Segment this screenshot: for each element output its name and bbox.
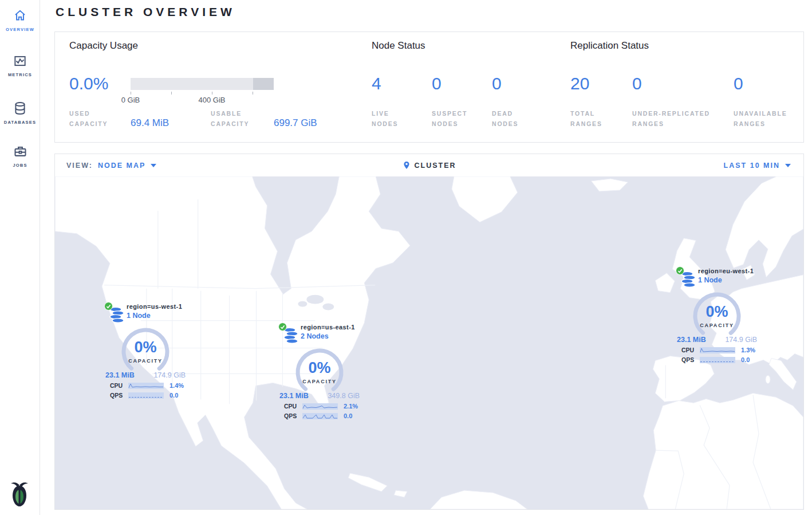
sidebar-item-metrics[interactable]: METRICS	[0, 53, 40, 77]
replication-status-title: Replication Status	[570, 40, 649, 52]
cpu-label: CPU	[284, 403, 302, 410]
sidebar-item-label: METRICS	[0, 72, 40, 77]
node-count: 1 Node	[698, 276, 754, 284]
metrics-chart-icon	[13, 53, 27, 69]
home-icon	[13, 8, 27, 23]
time-range-value: LAST 10 MIN	[724, 162, 780, 170]
region-label: region=us-east-1	[301, 324, 355, 331]
world-map: region=us-west-1 1 Node 0% CAPACITY 23.1…	[55, 176, 803, 509]
green-check-icon	[104, 302, 113, 310]
qps-value: 0.0	[741, 356, 750, 363]
node-count: 2 Nodes	[301, 332, 355, 340]
cpu-value: 1.3%	[741, 347, 755, 353]
axis-tick-label: 0 GiB	[111, 96, 151, 104]
map-node-us-west-1[interactable]: region=us-west-1 1 Node 0% CAPACITY 23.1…	[105, 302, 186, 399]
dead-nodes-value: 0	[492, 74, 502, 93]
cpu-row: CPU 2.1%	[279, 403, 360, 410]
cpu-sparkline	[128, 383, 164, 389]
under-replicated-ranges-label: UNDER-REPLICATED RANGES	[632, 109, 727, 129]
qps-row: QPS 0.0	[677, 356, 757, 363]
capacity-label: CAPACITY	[116, 358, 175, 364]
node-texts: region=us-east-1 2 Nodes	[301, 324, 355, 340]
capacity-gauge: 0% CAPACITY	[116, 325, 175, 379]
node-count: 1 Node	[127, 312, 182, 320]
unavailable-ranges-label: UNAVAILABLE RANGES	[734, 109, 799, 129]
chevron-down-icon	[785, 164, 791, 167]
qps-sparkline	[700, 357, 735, 363]
cpu-value: 2.1%	[344, 403, 358, 410]
capacity-used-percent: 0.0%	[69, 74, 108, 93]
qps-label: QPS	[284, 412, 302, 419]
node-texts: region=eu-west-1 1 Node	[698, 268, 754, 284]
node-status-title: Node Status	[372, 40, 425, 52]
cpu-label: CPU	[681, 347, 700, 353]
cpu-row: CPU 1.3%	[677, 347, 757, 353]
capacity-gauge: 0% CAPACITY	[290, 345, 349, 399]
used-capacity-value: 69.4 MiB	[131, 117, 169, 129]
node-header: region=us-west-1 1 Node	[105, 302, 186, 325]
used-capacity-label: USED CAPACITY	[69, 109, 124, 129]
database-icon	[13, 100, 27, 116]
capacity-percent: 0%	[290, 359, 349, 377]
suspect-nodes-value: 0	[432, 74, 442, 93]
qps-value: 0.0	[344, 412, 352, 419]
cockroachdb-logo[interactable]	[9, 481, 30, 510]
page-title: CLUSTER OVERVIEW	[56, 5, 235, 19]
region-label: region=eu-west-1	[698, 268, 754, 274]
view-value: NODE MAP	[98, 162, 145, 170]
qps-label: QPS	[110, 392, 128, 399]
capacity-usage-bar	[131, 78, 274, 90]
main-content: CLUSTER OVERVIEW Capacity Usage 0.0% 0 G…	[40, 0, 812, 515]
sidebar-item-label: JOBS	[0, 163, 40, 168]
dead-nodes-label: DEAD NODES	[492, 109, 538, 129]
map-toolbar: VIEW: NODE MAP CLUSTER LAST 10 MIN	[55, 154, 803, 176]
live-nodes-label: LIVE NODES	[372, 109, 417, 129]
view-label: VIEW:	[66, 162, 93, 170]
view-selector[interactable]: VIEW: NODE MAP	[66, 154, 156, 176]
usable-capacity-label: USABLE CAPACITY	[211, 109, 265, 129]
capacity-gauge: 0% CAPACITY	[687, 289, 747, 343]
qps-label: QPS	[681, 356, 700, 363]
suspect-nodes-label: SUSPECT NODES	[432, 109, 478, 129]
sidebar-item-label: DATABASES	[0, 120, 40, 125]
cockroachdb-bug-logo	[9, 481, 30, 508]
sidebar: OVERVIEW METRICS DATABASES JOBS	[0, 0, 40, 515]
breadcrumb[interactable]: CLUSTER	[402, 154, 456, 176]
node-texts: region=us-west-1 1 Node	[127, 303, 182, 320]
cpu-row: CPU 1.4%	[105, 382, 186, 389]
node-header: region=eu-west-1 1 Node	[677, 266, 757, 289]
axis-tick	[253, 92, 253, 95]
qps-sparkline	[128, 392, 164, 399]
capacity-bar-reserved-segment	[253, 78, 274, 90]
sidebar-item-jobs[interactable]: JOBS	[0, 143, 40, 168]
cpu-sparkline	[700, 347, 735, 353]
usable-capacity-value: 699.7 GiB	[274, 117, 317, 129]
sidebar-item-overview[interactable]: OVERVIEW	[0, 8, 40, 32]
axis-tick	[171, 92, 172, 95]
map-node-us-east-1[interactable]: region=us-east-1 2 Nodes 0% CAPACITY 23.…	[279, 323, 360, 419]
capacity-percent: 0%	[687, 303, 747, 321]
unavailable-ranges-value: 0	[734, 74, 743, 93]
map-pin-icon	[402, 160, 410, 170]
under-replicated-ranges-value: 0	[632, 74, 642, 93]
qps-sparkline	[302, 413, 338, 419]
axis-tick	[131, 92, 131, 95]
cpu-value: 1.4%	[170, 382, 184, 389]
cpu-label: CPU	[110, 382, 128, 389]
node-header: region=us-east-1 2 Nodes	[279, 323, 360, 345]
axis-tick	[212, 92, 212, 95]
green-check-icon	[278, 323, 287, 331]
node-map-panel: VIEW: NODE MAP CLUSTER LAST 10 MIN	[54, 154, 804, 510]
briefcase-icon	[13, 143, 28, 159]
sidebar-item-databases[interactable]: DATABASES	[0, 100, 40, 125]
qps-value: 0.0	[170, 392, 178, 399]
time-range-selector[interactable]: LAST 10 MIN	[724, 154, 791, 176]
summary-panel: Capacity Usage 0.0% 0 GiB 400 GiB USED C…	[54, 32, 804, 143]
breadcrumb-cluster: CLUSTER	[414, 162, 456, 170]
map-node-eu-west-1[interactable]: region=eu-west-1 1 Node 0% CAPACITY 23.1…	[677, 266, 757, 363]
capacity-usage-title: Capacity Usage	[69, 40, 138, 52]
qps-row: QPS 0.0	[105, 392, 186, 399]
cpu-sparkline	[302, 403, 338, 410]
qps-row: QPS 0.0	[279, 412, 360, 419]
live-nodes-value: 4	[372, 74, 381, 93]
